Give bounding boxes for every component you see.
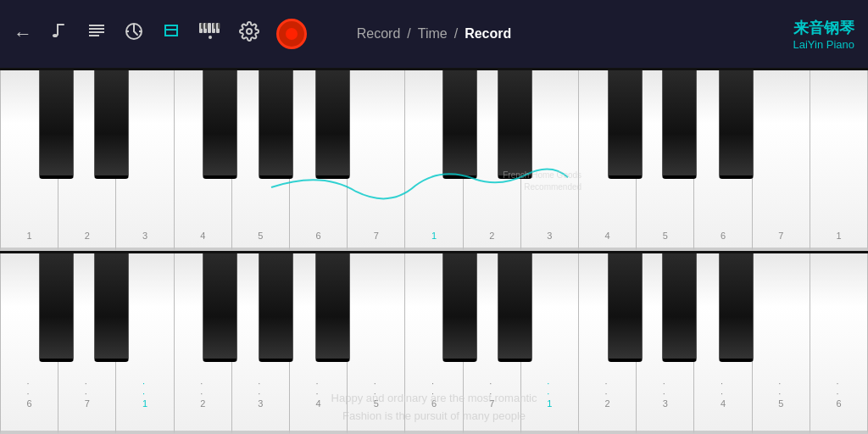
back-button[interactable]: ← bbox=[14, 23, 32, 45]
black-key[interactable] bbox=[315, 70, 350, 179]
black-key[interactable] bbox=[442, 253, 477, 362]
white-key[interactable]: 7 bbox=[753, 70, 810, 251]
svg-point-25 bbox=[209, 36, 212, 39]
black-key[interactable] bbox=[259, 253, 293, 362]
svg-rect-3 bbox=[89, 25, 104, 26]
svg-rect-13 bbox=[164, 25, 166, 35]
piano-row-bottom: ··6 ··7 ··1 ··2 ··3 ··4 ··5 ··6 bbox=[0, 251, 868, 434]
black-key[interactable] bbox=[719, 70, 754, 179]
black-key[interactable] bbox=[315, 253, 350, 362]
svg-rect-24 bbox=[218, 23, 220, 29]
brand: 来音钢琴 LaiYin Piano bbox=[793, 18, 854, 51]
white-key[interactable]: ··5 bbox=[348, 253, 405, 434]
black-key[interactable] bbox=[203, 70, 237, 179]
breadcrumb-part1: Record bbox=[357, 26, 401, 42]
svg-rect-1 bbox=[57, 24, 64, 25]
black-key[interactable] bbox=[608, 253, 643, 362]
breadcrumb-sep2: / bbox=[454, 26, 458, 42]
svg-point-2 bbox=[53, 34, 58, 37]
svg-rect-21 bbox=[201, 23, 203, 29]
sheet-icon[interactable] bbox=[86, 21, 107, 47]
settings-icon[interactable] bbox=[239, 21, 259, 47]
svg-rect-18 bbox=[208, 23, 211, 33]
svg-rect-11 bbox=[164, 25, 178, 26]
black-key[interactable] bbox=[662, 253, 697, 362]
brand-en: LaiYin Piano bbox=[793, 38, 854, 51]
tuner-icon[interactable] bbox=[124, 21, 144, 47]
svg-point-26 bbox=[247, 29, 252, 34]
svg-rect-23 bbox=[214, 23, 216, 29]
black-key[interactable] bbox=[498, 70, 532, 179]
header: ← bbox=[0, 0, 868, 68]
white-key[interactable]: 7 bbox=[348, 70, 405, 251]
svg-rect-12 bbox=[164, 29, 178, 31]
piano-row-top: 1 2 3 4 5 6 7 1 2 3 4 5 6 7 1 bbox=[0, 68, 868, 251]
breadcrumb-part2: Time bbox=[418, 26, 448, 42]
svg-rect-5 bbox=[89, 31, 104, 33]
svg-rect-0 bbox=[57, 24, 58, 36]
white-key[interactable]: ··5 bbox=[753, 253, 810, 434]
brand-cn: 来音钢琴 bbox=[793, 18, 854, 38]
white-key[interactable]: 1 bbox=[810, 70, 868, 251]
black-key[interactable] bbox=[719, 253, 754, 362]
breadcrumb: Record / Time / Record bbox=[357, 26, 512, 42]
svg-rect-15 bbox=[164, 35, 178, 36]
breadcrumb-sep1: / bbox=[407, 26, 410, 42]
svg-rect-4 bbox=[89, 28, 104, 30]
keys-icon[interactable] bbox=[198, 21, 222, 47]
black-key[interactable] bbox=[39, 253, 74, 362]
note-icon[interactable] bbox=[49, 21, 70, 47]
svg-rect-22 bbox=[205, 23, 208, 29]
black-key[interactable] bbox=[94, 70, 129, 179]
white-key[interactable]: ··6 bbox=[810, 253, 868, 434]
chinese-mode-icon[interactable] bbox=[161, 21, 181, 47]
black-key[interactable] bbox=[203, 253, 237, 362]
record-button[interactable] bbox=[276, 19, 307, 49]
black-key[interactable] bbox=[259, 70, 293, 179]
toolbar: ← bbox=[14, 19, 307, 49]
black-key[interactable] bbox=[442, 70, 477, 179]
black-key[interactable] bbox=[608, 70, 643, 179]
svg-rect-6 bbox=[89, 35, 99, 36]
breadcrumb-part3: Record bbox=[465, 26, 511, 42]
black-key[interactable] bbox=[498, 253, 532, 362]
record-dot-icon bbox=[286, 28, 298, 40]
black-key[interactable] bbox=[39, 70, 74, 179]
black-key[interactable] bbox=[94, 253, 129, 362]
svg-rect-14 bbox=[176, 25, 178, 35]
piano-area: 1 2 3 4 5 6 7 1 2 3 4 5 6 7 1 bbox=[0, 68, 868, 434]
black-key[interactable] bbox=[662, 70, 697, 179]
